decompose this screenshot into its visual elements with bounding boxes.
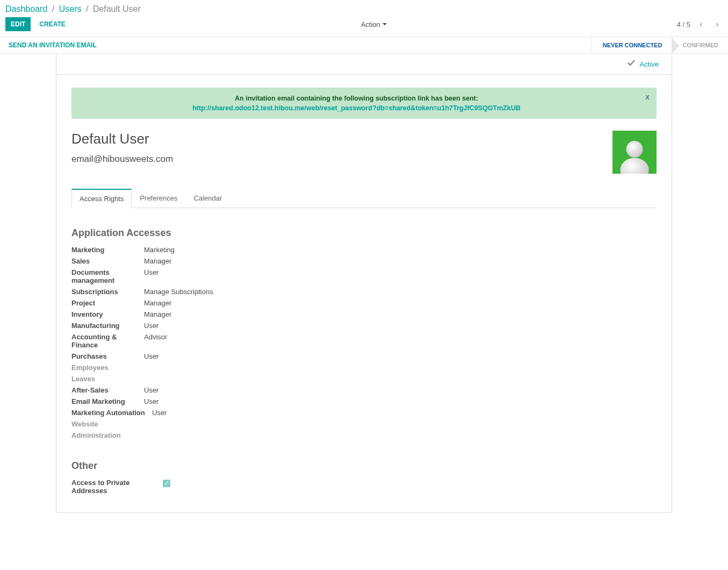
value-purchases: User [144,352,158,360]
send-invitation-button[interactable]: Send an Invitation Email [9,37,97,53]
label-employees: Employees [71,364,144,372]
value-subscriptions: Manage Subscriptions [144,288,213,296]
status-confirmed[interactable]: Confirmed [672,38,728,53]
label-subscriptions: Subscriptions [71,288,144,296]
label-sales: Sales [71,257,144,265]
form-sheet: Active An invitation email containing th… [56,54,672,513]
label-inventory: Inventory [71,310,144,318]
user-email: email@hibousweets.com [71,154,173,165]
value-aftersales: User [144,386,158,394]
invitation-alert: An invitation email containing the follo… [71,88,657,119]
tab-access-rights[interactable]: Access Rights [71,189,132,208]
label-documents: Documents management [71,268,144,284]
tab-calendar[interactable]: Calendar [185,189,230,208]
invitation-link[interactable]: http://shared.odoo12.test.hibou.me/web/r… [78,104,635,112]
checkbox-private-addresses[interactable]: ✓ [163,480,170,487]
edit-button[interactable]: Edit [5,17,31,31]
value-manufacturing: User [144,322,158,330]
label-aftersales: After-Sales [71,386,144,394]
active-badge[interactable]: Active [56,54,672,75]
active-label: Active [640,60,659,68]
label-administration: Administration [71,431,144,439]
value-marketing-automation: User [152,409,167,417]
breadcrumb-users[interactable]: Users [59,4,82,13]
tab-preferences[interactable]: Preferences [132,189,185,208]
label-purchases: Purchases [71,352,144,360]
section-other: Other [71,460,657,472]
breadcrumb-sep: / [86,4,88,13]
status-bar: Send an Invitation Email Never Connected… [0,37,728,54]
breadcrumb-current: Default User [93,4,141,13]
check-icon [627,59,636,69]
create-button[interactable]: Create [34,17,70,31]
breadcrumb-sep: / [52,4,54,13]
value-inventory: Manager [144,310,171,318]
label-marketing-automation: Marketing Automation [71,409,152,417]
value-marketing: Marketing [144,246,175,254]
label-leaves: Leaves [71,375,144,383]
avatar-placeholder-icon [616,136,653,174]
pager-prev-button[interactable]: ‹ [696,19,707,29]
alert-text: An invitation email containing the follo… [235,95,478,102]
value-accounting: Advisor [144,333,167,349]
pager-next-button[interactable]: › [712,19,723,29]
label-marketing: Marketing [71,246,144,254]
value-project: Manager [144,299,171,307]
alert-close-button[interactable]: x [645,92,650,101]
action-dropdown[interactable]: Action [361,20,387,28]
label-private-addresses: Access to Private Addresses [71,479,163,495]
label-manufacturing: Manufacturing [71,322,144,330]
action-label: Action [361,20,380,28]
breadcrumb: Dashboard / Users / Default User [0,0,728,14]
label-website: Website [71,420,144,428]
avatar[interactable] [612,131,657,174]
tabs: Access Rights Preferences Calendar [71,189,657,208]
control-panel: Edit Create Action 4 / 5 ‹ › [0,14,728,37]
pager-text: 4 / 5 [677,20,690,28]
label-project: Project [71,299,144,307]
value-email-marketing: User [144,397,158,405]
section-app-accesses: Application Accesses [71,227,657,239]
label-email-marketing: Email Marketing [71,397,144,405]
value-documents: User [144,268,158,284]
caret-down-icon [383,23,387,25]
status-never-connected[interactable]: Never Connected [592,38,672,53]
breadcrumb-dashboard[interactable]: Dashboard [5,4,47,13]
label-accounting: Accounting & Finance [71,333,144,349]
user-name: Default User [71,131,173,147]
svg-point-1 [620,158,648,174]
value-sales: Manager [144,257,171,265]
svg-point-0 [626,141,643,158]
